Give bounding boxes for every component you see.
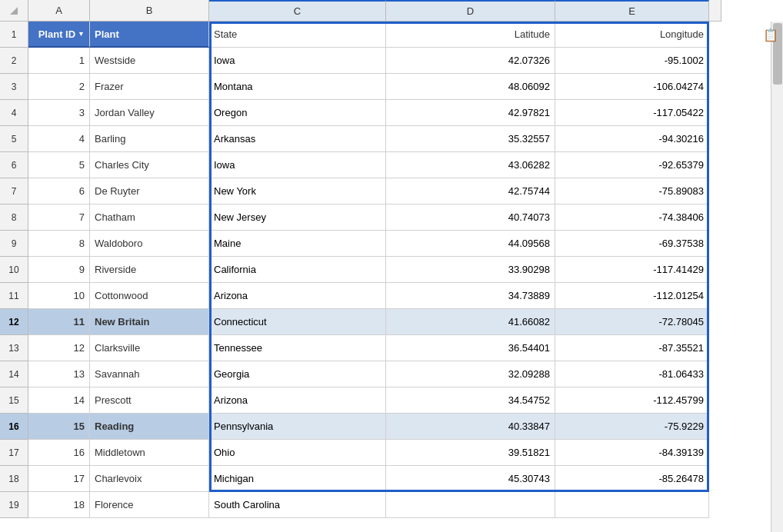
cell-lng[interactable]: -81.06433 [555,361,709,387]
cell-state[interactable]: Georgia [209,361,386,387]
cell-id[interactable]: 15 [28,414,90,440]
cell-state[interactable]: South Carolina [209,492,386,518]
row-num-18[interactable]: 18 [0,466,28,492]
cell-id[interactable]: 17 [28,466,90,492]
col-header-c[interactable]: C [209,0,386,22]
cell-lng[interactable]: -69.37538 [555,231,709,257]
cell-plant[interactable]: Prescott [90,387,209,414]
row-num-16[interactable]: 16 [0,414,28,440]
cell-id[interactable]: 18 [28,492,90,518]
cell-lat[interactable]: 44.09568 [386,231,555,257]
cell-plant[interactable]: Chatham [90,204,209,231]
cell-lng[interactable]: -87.35521 [555,335,709,361]
row-num-3[interactable]: 3 [0,74,28,100]
cell-lng[interactable] [555,492,709,518]
cell-lng[interactable]: -85.26478 [555,466,709,492]
col-header-e[interactable]: E [555,0,709,22]
cell-plant[interactable]: New Britain [90,309,209,335]
cell-id[interactable]: 2 [28,74,90,100]
cell-state[interactable]: Arkansas [209,126,386,152]
row-num-1[interactable]: 1 [0,22,28,48]
cell-state[interactable]: California [209,257,386,283]
row-num-14[interactable]: 14 [0,361,28,387]
cell-plant[interactable]: Reading [90,414,209,440]
cell-lat[interactable]: 36.54401 [386,335,555,361]
cell-plant[interactable]: Waldoboro [90,231,209,257]
cell-lng[interactable]: -112.45799 [555,387,709,414]
col-header-d[interactable]: D [386,0,555,22]
cell-id[interactable]: 11 [28,309,90,335]
cell-plant[interactable]: De Ruyter [90,178,209,204]
cell-state[interactable]: Oregon [209,100,386,126]
cell-state[interactable]: Arizona [209,283,386,309]
cell-state[interactable]: New Jersey [209,204,386,231]
row-num-5[interactable]: 5 [0,126,28,152]
cell-id[interactable]: 4 [28,126,90,152]
cell-lat[interactable]: 34.54752 [386,387,555,414]
cell-plant[interactable]: Florence [90,492,209,518]
cell-lng[interactable]: -117.41429 [555,257,709,283]
cell-lat[interactable]: 40.74073 [386,204,555,231]
cell-lng[interactable]: -75.9229 [555,414,709,440]
vertical-scrollbar[interactable] [771,22,783,532]
cell-state[interactable]: Maine [209,231,386,257]
cell-lng[interactable]: -84.39139 [555,440,709,466]
cell-id[interactable]: 7 [28,204,90,231]
cell-id[interactable]: 8 [28,231,90,257]
cell-plant[interactable]: Frazer [90,74,209,100]
cell-plant[interactable]: Savannah [90,361,209,387]
cell-id[interactable]: 1 [28,48,90,74]
cell-state[interactable]: Tennessee [209,335,386,361]
cell-plant[interactable]: Riverside [90,257,209,283]
cell-plant[interactable]: Clarksville [90,335,209,361]
cell-lat[interactable]: 41.66082 [386,309,555,335]
cell-lng[interactable]: -94.30216 [555,126,709,152]
row-num-12[interactable]: 12 [0,309,28,335]
cell-lat[interactable]: 35.32557 [386,126,555,152]
cell-plant[interactable]: Middletown [90,440,209,466]
row-num-8[interactable]: 8 [0,204,28,231]
cell-id[interactable]: 13 [28,361,90,387]
cell-id[interactable]: 6 [28,178,90,204]
cell-state[interactable]: Connecticut [209,309,386,335]
row-num-15[interactable]: 15 [0,387,28,414]
cell-lat[interactable]: 45.30743 [386,466,555,492]
cell-id[interactable]: 16 [28,440,90,466]
col-header-b[interactable]: B [90,0,209,22]
row-num-13[interactable]: 13 [0,335,28,361]
cell-state[interactable]: Iowa [209,152,386,178]
row-num-7[interactable]: 7 [0,178,28,204]
cell-lng[interactable]: -92.65379 [555,152,709,178]
cell-plant[interactable]: Charlevoix [90,466,209,492]
cell-id[interactable]: 5 [28,152,90,178]
cell-plant[interactable]: Cottonwood [90,283,209,309]
cell-id[interactable]: 12 [28,335,90,361]
cell-lat[interactable]: 40.33847 [386,414,555,440]
cell-lat[interactable]: 42.07326 [386,48,555,74]
cell-state[interactable]: Montana [209,74,386,100]
row-num-4[interactable]: 4 [0,100,28,126]
cell-id[interactable]: 3 [28,100,90,126]
cell-plant[interactable]: Jordan Valley [90,100,209,126]
cell-lng[interactable]: -112.01254 [555,283,709,309]
cell-lng[interactable]: -75.89083 [555,178,709,204]
row-num-11[interactable]: 11 [0,283,28,309]
cell-lng[interactable]: -106.04274 [555,74,709,100]
cell-lat[interactable]: 42.97821 [386,100,555,126]
filter-dropdown-icon[interactable]: ▼ [78,30,85,38]
cell-lat[interactable]: 32.09288 [386,361,555,387]
cell-id[interactable]: 9 [28,257,90,283]
cell-id[interactable]: 14 [28,387,90,414]
row-num-2[interactable]: 2 [0,48,28,74]
row-num-10[interactable]: 10 [0,257,28,283]
row-num-17[interactable]: 17 [0,440,28,466]
cell-lng[interactable]: -74.38406 [555,204,709,231]
row-num-19[interactable]: 19 [0,492,28,518]
cell-lat[interactable]: 48.06092 [386,74,555,100]
row-num-6[interactable]: 6 [0,152,28,178]
cell-lng[interactable]: -72.78045 [555,309,709,335]
cell-plant[interactable]: Charles City [90,152,209,178]
cell-state[interactable]: Iowa [209,48,386,74]
cell-lat[interactable]: 43.06282 [386,152,555,178]
cell-plant[interactable]: Westside [90,48,209,74]
